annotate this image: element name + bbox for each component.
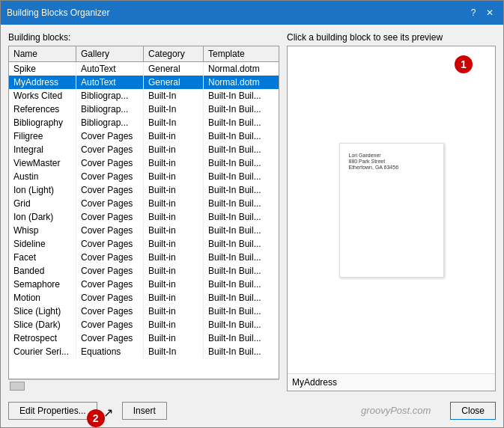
- table-cell: Built-In Buil...: [204, 264, 279, 278]
- close-title-button[interactable]: ✕: [482, 5, 497, 20]
- preview-scroll[interactable]: Lori Gardener 880 Park Street Ethertown,…: [288, 46, 495, 373]
- preview-label: Click a building block to see its previe…: [287, 32, 496, 43]
- table-cell: Built-In Buil...: [204, 116, 279, 129]
- table-cell: Cover Pages: [76, 156, 144, 170]
- table-row[interactable]: SidelineCover PagesBuilt-inBuilt-In Buil…: [9, 237, 279, 251]
- table-cell: Built-in: [144, 237, 204, 251]
- close-button[interactable]: Close: [450, 402, 496, 420]
- table-scroll[interactable]: SpikeAutoTextGeneralNormal.dotmMyAddress…: [9, 62, 279, 379]
- table-cell: Cover Pages: [76, 183, 144, 197]
- insert-button[interactable]: Insert: [122, 402, 167, 420]
- table-cell: Slice (Light): [9, 305, 76, 318]
- table-cell: Built-in: [144, 331, 204, 345]
- table-cell: Ion (Dark): [9, 210, 76, 224]
- table-cell: Built-in: [144, 210, 204, 224]
- table-cell: Built-In Buil...: [204, 143, 279, 156]
- table-row[interactable]: ReferencesBibliograp...Built-InBuilt-In …: [9, 103, 279, 116]
- badge-1: 1: [455, 55, 473, 73]
- table-cell: Cover Pages: [76, 318, 144, 331]
- table-cell: Built-in: [144, 129, 204, 143]
- table-row[interactable]: WhispCover PagesBuilt-inBuilt-In Buil...: [9, 224, 279, 237]
- preview-line-1: Lori Gardener: [349, 153, 434, 158]
- dialog-title: Building Blocks Organizer: [7, 7, 109, 18]
- table-cell: Built-In Buil...: [204, 89, 279, 103]
- table-cell: Facet: [9, 251, 76, 264]
- table-row[interactable]: Ion (Dark)Cover PagesBuilt-inBuilt-In Bu…: [9, 210, 279, 224]
- watermark: groovyPost.com: [346, 402, 446, 420]
- table-cell: Built-In Buil...: [204, 345, 279, 358]
- table-cell: Built-in: [144, 291, 204, 305]
- dialog-body: Building blocks: Name Gallery Category T…: [1, 25, 503, 427]
- table-cell: Cover Pages: [76, 264, 144, 278]
- table-row[interactable]: Works CitedBibliograp...Built-InBuilt-In…: [9, 89, 279, 103]
- table-cell: Built-in: [144, 224, 204, 237]
- table-cell: Built-In Buil...: [204, 291, 279, 305]
- col-template: Template: [204, 46, 279, 61]
- table-row[interactable]: SemaphoreCover PagesBuilt-inBuilt-In Bui…: [9, 278, 279, 291]
- table-row[interactable]: RetrospectCover PagesBuilt-inBuilt-In Bu…: [9, 331, 279, 345]
- table-row[interactable]: Slice (Dark)Cover PagesBuilt-inBuilt-In …: [9, 318, 279, 331]
- table-row[interactable]: GridCover PagesBuilt-inBuilt-In Buil...: [9, 197, 279, 210]
- table-cell: Built-In Buil...: [204, 251, 279, 264]
- table-cell: Normal.dotm: [204, 76, 279, 89]
- title-bar: Building Blocks Organizer ? ✕: [1, 1, 503, 25]
- table-cell: Bibliograp...: [76, 89, 144, 103]
- table-cell: Cover Pages: [76, 170, 144, 183]
- table-cell: Built-in: [144, 197, 204, 210]
- table-cell: Motion: [9, 291, 76, 305]
- table-row[interactable]: FacetCover PagesBuilt-inBuilt-In Buil...: [9, 251, 279, 264]
- table-cell: Retrospect: [9, 331, 76, 345]
- col-name: Name: [9, 46, 76, 61]
- table-row[interactable]: AustinCover PagesBuilt-inBuilt-In Buil..…: [9, 170, 279, 183]
- table-row[interactable]: Courier Seri...EquationsBuilt-InBuilt-In…: [9, 345, 279, 358]
- table-header: Name Gallery Category Template: [9, 46, 279, 62]
- table-cell: Built-in: [144, 183, 204, 197]
- table-cell: Built-in: [144, 278, 204, 291]
- table-cell: Built-in: [144, 156, 204, 170]
- preview-line-2: 880 Park Street: [349, 159, 434, 164]
- h-scrollbar[interactable]: [8, 379, 279, 391]
- table-row[interactable]: Slice (Light)Cover PagesBuilt-inBuilt-In…: [9, 305, 279, 318]
- table-row[interactable]: MyAddressAutoTextGeneralNormal.dotm: [9, 76, 279, 89]
- preview-box: Lori Gardener 880 Park Street Ethertown,…: [287, 46, 496, 391]
- edit-properties-wrapper: Edit Properties... 2: [8, 402, 97, 420]
- right-panel: Click a building block to see its previe…: [287, 32, 496, 391]
- building-blocks-dialog: Building Blocks Organizer ? ✕ Building b…: [0, 0, 504, 428]
- table-row[interactable]: BibliographyBibliograp...Built-InBuilt-I…: [9, 116, 279, 129]
- left-panel: Building blocks: Name Gallery Category T…: [8, 32, 279, 391]
- table-cell: Built-in: [144, 170, 204, 183]
- table-row[interactable]: FiligreeCover PagesBuilt-inBuilt-In Buil…: [9, 129, 279, 143]
- table-cell: Cover Pages: [76, 305, 144, 318]
- table-cell: Ion (Light): [9, 183, 76, 197]
- table-cell: AutoText: [76, 62, 144, 76]
- help-button[interactable]: ?: [466, 5, 481, 20]
- table-row[interactable]: SpikeAutoTextGeneralNormal.dotm: [9, 62, 279, 76]
- table-container: Name Gallery Category Template SpikeAuto…: [8, 46, 279, 379]
- table-row[interactable]: ViewMasterCover PagesBuilt-inBuilt-In Bu…: [9, 156, 279, 170]
- table-cell: Semaphore: [9, 278, 76, 291]
- table-row[interactable]: MotionCover PagesBuilt-inBuilt-In Buil..…: [9, 291, 279, 305]
- table-cell: Bibliography: [9, 116, 76, 129]
- table-cell: Cover Pages: [76, 143, 144, 156]
- table-cell: Filigree: [9, 129, 76, 143]
- table-cell: Works Cited: [9, 89, 76, 103]
- table-cell: Built-In Buil...: [204, 103, 279, 116]
- table-cell: Cover Pages: [76, 197, 144, 210]
- table-row[interactable]: IntegralCover PagesBuilt-inBuilt-In Buil…: [9, 143, 279, 156]
- edit-properties-button[interactable]: Edit Properties...: [8, 402, 97, 420]
- preview-line-3: Ethertown, GA 63456: [349, 165, 434, 170]
- table-cell: Cover Pages: [76, 210, 144, 224]
- table-cell: Built-in: [144, 305, 204, 318]
- table-cell: Cover Pages: [76, 291, 144, 305]
- table-cell: References: [9, 103, 76, 116]
- preview-document: Lori Gardener 880 Park Street Ethertown,…: [339, 143, 444, 278]
- table-row[interactable]: Ion (Light)Cover PagesBuilt-inBuilt-In B…: [9, 183, 279, 197]
- table-cell: General: [144, 62, 204, 76]
- h-scrollbar-thumb[interactable]: [10, 382, 25, 391]
- table-cell: Built-in: [144, 264, 204, 278]
- building-blocks-label: Building blocks:: [8, 32, 279, 43]
- table-cell: Built-In Buil...: [204, 183, 279, 197]
- bottom-left-buttons: Edit Properties... 2 ↗ Insert: [8, 402, 167, 420]
- table-cell: Built-In Buil...: [204, 210, 279, 224]
- table-row[interactable]: BandedCover PagesBuilt-inBuilt-In Buil..…: [9, 264, 279, 278]
